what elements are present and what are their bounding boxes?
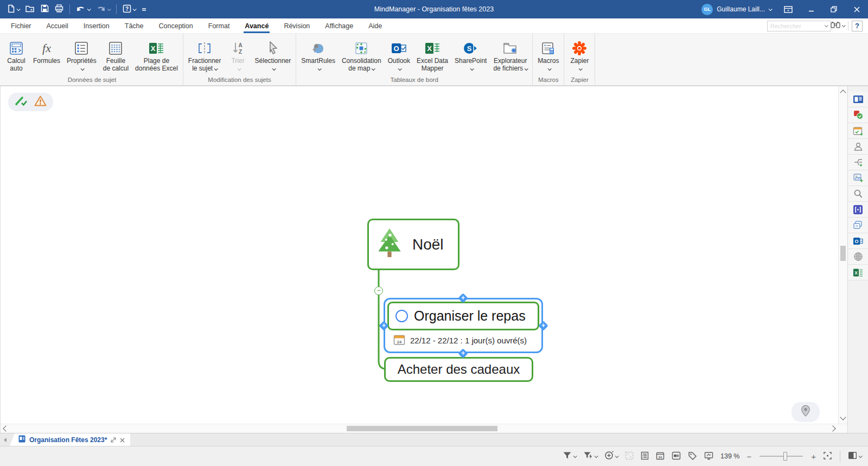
tab-scroll-left-button[interactable] <box>0 433 10 446</box>
restore-button[interactable] <box>822 0 845 18</box>
selectionner-button[interactable]: Sélectionner <box>252 38 295 73</box>
ribbon-display-options-button[interactable] <box>777 0 800 18</box>
tab-format[interactable]: Format <box>201 18 238 33</box>
undo-button[interactable] <box>73 3 93 16</box>
file-explorer-icon <box>502 39 519 58</box>
vertical-scrollbar-thumb[interactable] <box>840 246 846 261</box>
topic-organiser-le-repas[interactable]: Organiser le repas <box>387 302 539 330</box>
help-button[interactable]: ? <box>120 2 138 17</box>
add-topic-handle-left[interactable]: + <box>379 321 388 330</box>
tab-insertion[interactable]: Insertion <box>76 18 117 33</box>
scroll-left-icon[interactable] <box>3 425 9 431</box>
close-button[interactable] <box>845 0 868 18</box>
task-panel-toggle-button[interactable] <box>847 450 863 462</box>
close-tab-icon[interactable] <box>120 435 125 445</box>
topic-noel[interactable]: Noël <box>367 219 459 270</box>
map-markers-button[interactable] <box>671 450 682 463</box>
map-canvas[interactable]: Noël − Organiser le repas 24 22/12 - 22/… <box>1 86 838 424</box>
fit-map-button[interactable] <box>822 450 833 463</box>
outlook-pane-button[interactable]: O <box>848 233 868 249</box>
tab-accueil[interactable]: Accueil <box>39 18 76 33</box>
user-account-menu[interactable]: GL Guillaume Laill... <box>696 4 777 15</box>
resources-button[interactable] <box>848 139 868 155</box>
zapier-button[interactable]: Zapier <box>566 38 593 73</box>
tab-aide[interactable]: Aide <box>361 18 390 33</box>
topic-acheter-des-cadeaux[interactable]: Acheter des cadeaux <box>384 357 533 382</box>
edit-pencil-icon[interactable] <box>14 95 28 109</box>
topic-label: Noël <box>412 236 444 253</box>
map-parts-button[interactable] <box>848 155 868 170</box>
document-tab-organisation-fetes-2023[interactable]: Organisation Fêtes 2023* <box>10 433 130 446</box>
sharepoint-button[interactable]: S SharePoint <box>451 38 490 73</box>
map-location-button[interactable] <box>792 402 820 422</box>
consolidation-de-map-button[interactable]: Consolidationde map <box>339 38 385 73</box>
tab-avance[interactable]: Avancé <box>237 18 276 33</box>
explorateur-de-fichiers-button[interactable]: Explorateurde fichiers <box>490 38 531 73</box>
scrollbar-corner <box>838 424 847 433</box>
outlook-button[interactable]: O Outlook <box>385 38 413 73</box>
smartrules-button[interactable]: SmartRules <box>298 38 339 73</box>
tags-button[interactable] <box>687 450 698 463</box>
outline-view-button[interactable] <box>640 450 650 463</box>
scroll-down-icon[interactable] <box>840 414 846 420</box>
svg-text:A: A <box>238 42 242 48</box>
topic-organiser-le-repas-selection[interactable]: Organiser le repas 24 22/12 - 22/12 : 1 … <box>384 298 543 353</box>
proprietes-button[interactable]: Propriétés <box>63 38 100 73</box>
macros-button[interactable]: Macros <box>534 38 562 73</box>
search-button[interactable] <box>848 186 868 202</box>
save-button[interactable] <box>38 2 52 16</box>
tab-fichier[interactable]: Fichier <box>3 18 39 33</box>
new-document-button[interactable] <box>4 2 22 17</box>
scroll-right-icon[interactable] <box>829 425 835 431</box>
warning-icon[interactable] <box>34 95 47 109</box>
calcul-auto-button[interactable]: Calculauto <box>3 38 30 73</box>
customize-quick-access-button[interactable] <box>139 3 149 16</box>
tab-revision[interactable]: Révision <box>276 18 317 33</box>
zoom-in-button[interactable]: + <box>810 452 817 461</box>
reveal-topics-button[interactable] <box>603 450 619 463</box>
horizontal-scrollbar-thumb[interactable] <box>347 426 497 431</box>
plage-donnees-excel-button[interactable]: X Plage dedonnées Excel <box>132 38 181 73</box>
library-button[interactable] <box>848 170 868 186</box>
power-filter-button[interactable] <box>582 450 598 462</box>
task-info-button[interactable] <box>848 107 868 123</box>
add-topic-handle-right[interactable]: + <box>539 321 548 330</box>
tab-conception[interactable]: Conception <box>151 18 201 33</box>
tab-affichage[interactable]: Affichage <box>317 18 361 33</box>
feuille-de-calcul-button[interactable]: Feuillede calcul <box>100 38 132 73</box>
presentation-button[interactable] <box>703 450 714 463</box>
excel-data-mapper-button[interactable]: X Excel DataMapper <box>413 38 451 73</box>
zoom-slider-thumb[interactable] <box>783 452 787 461</box>
float-tab-icon[interactable] <box>111 435 116 445</box>
progress-icon[interactable] <box>395 310 408 322</box>
minimize-button[interactable] <box>800 0 822 18</box>
open-button[interactable] <box>23 3 37 16</box>
copied-content-button[interactable] <box>848 218 868 233</box>
fractionner-le-sujet-button[interactable]: Fractionnerle sujet <box>185 38 225 73</box>
find-button[interactable] <box>831 21 845 31</box>
add-topic-handle-top[interactable]: + <box>458 293 468 303</box>
chevron-down-icon <box>547 67 551 71</box>
toolbar-separator <box>69 4 70 14</box>
collapse-branch-button[interactable]: − <box>374 286 383 295</box>
add-topic-handle-bottom[interactable]: + <box>458 349 468 358</box>
formules-button[interactable]: fx Formules <box>30 38 63 66</box>
task-dates-button[interactable]: 24 <box>655 450 666 463</box>
print-button[interactable] <box>52 2 66 16</box>
zoom-slider[interactable] <box>760 456 803 457</box>
tab-tache[interactable]: Tâche <box>117 18 151 33</box>
task-management-button[interactable] <box>848 123 868 139</box>
chevron-down-icon <box>17 7 21 11</box>
zoom-out-button[interactable]: − <box>745 452 752 461</box>
vertical-scrollbar[interactable] <box>838 86 847 424</box>
horizontal-scrollbar[interactable] <box>1 424 838 433</box>
excel-ranges-button[interactable]: X <box>848 265 868 280</box>
web-button[interactable] <box>848 249 868 265</box>
search-input[interactable] <box>767 21 831 31</box>
snap-button[interactable] <box>848 202 868 218</box>
filter-button[interactable] <box>561 450 577 462</box>
redo-button[interactable] <box>93 3 113 16</box>
help-question-button[interactable]: ? <box>852 21 863 31</box>
map-index-button[interactable] <box>848 92 868 107</box>
scroll-up-icon[interactable] <box>840 90 846 95</box>
